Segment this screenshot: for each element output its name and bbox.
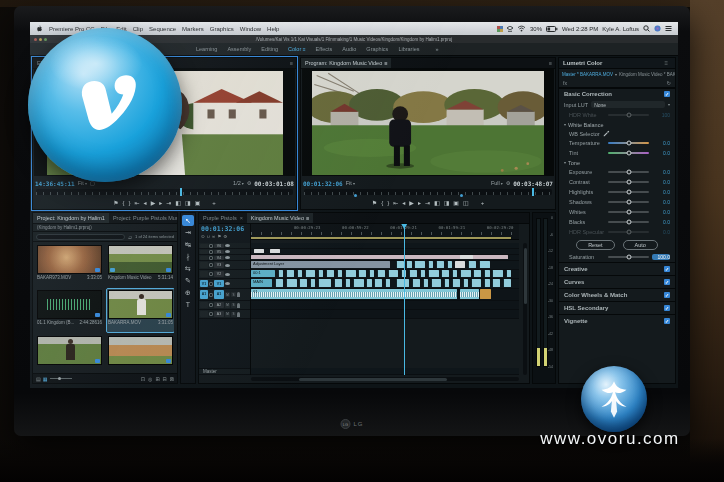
timeline-clip[interactable] (460, 255, 473, 259)
source-scrubber[interactable] (36, 189, 293, 195)
track-lane-a1[interactable]: 01. (251, 289, 519, 301)
panel-menu-icon[interactable]: ≡ (661, 60, 671, 66)
slider-handle[interactable] (626, 141, 631, 146)
add-marker-icon[interactable]: ⚑ (217, 234, 221, 239)
menu-markers[interactable]: Markers (182, 26, 204, 32)
timeline-clip[interactable] (345, 279, 350, 287)
timeline-clip[interactable] (366, 279, 371, 287)
source-patch-a3[interactable] (200, 311, 208, 317)
slider-handle[interactable] (626, 200, 631, 205)
timeline-clip[interactable] (409, 270, 417, 277)
timeline-clip[interactable] (431, 279, 442, 287)
track-select-forward-tool[interactable]: ⇥ (182, 227, 194, 238)
slider-handle[interactable] (626, 151, 631, 156)
timeline-clip[interactable] (473, 270, 481, 277)
menu-clip[interactable]: Clip (133, 26, 143, 32)
workspace-tab-graphics[interactable]: Graphics (366, 46, 388, 52)
track-target-v5[interactable]: V5 (214, 250, 224, 254)
timeline-clip[interactable] (278, 270, 283, 277)
slider-handle[interactable] (626, 180, 631, 185)
settings-wrench-icon[interactable]: ⚙ (247, 180, 251, 186)
track-lock-icon[interactable] (209, 312, 213, 316)
site-url[interactable]: www.ovoru.com (515, 429, 705, 449)
slider-handle[interactable] (626, 255, 631, 260)
tone-header[interactable]: ▾Tone (559, 158, 675, 167)
slider-handle[interactable] (626, 230, 631, 235)
delete-icon[interactable]: ⊠ (170, 376, 174, 382)
timeline-clip[interactable] (506, 270, 511, 277)
white-balance-header[interactable]: ▾White Balance (559, 120, 675, 129)
tab-purple-pistols[interactable]: Purple Pistols× (199, 213, 247, 223)
track-target-v1[interactable]: V1 (214, 280, 224, 287)
project-bin-path[interactable]: (Kingdom by Halim1.prproj) (33, 224, 177, 232)
apple-icon[interactable] (36, 24, 43, 33)
dropbox-icon[interactable] (507, 26, 513, 32)
timeline-clip[interactable] (428, 261, 433, 268)
project-item[interactable] (107, 335, 174, 372)
timeline-clip[interactable] (414, 261, 425, 268)
timeline-settings-icon[interactable]: ⚙ (223, 234, 227, 239)
curves-checkbox[interactable]: ✓ (664, 279, 670, 285)
timeline-clip[interactable] (423, 279, 428, 287)
track-solo-button[interactable]: S (231, 312, 236, 317)
timeline-clip[interactable] (326, 270, 334, 277)
program-timecode[interactable]: 00:01:32:06 (303, 180, 343, 187)
project-item[interactable] (36, 335, 103, 372)
section-creative[interactable]: Creative✓ (559, 262, 675, 275)
insert-button[interactable]: ◧ (175, 199, 181, 206)
timeline-clip[interactable] (428, 270, 439, 277)
eyedropper-icon[interactable] (603, 130, 610, 137)
mark-in-button[interactable]: { (123, 200, 125, 206)
siri-icon[interactable] (654, 25, 661, 32)
timeline-clip[interactable] (447, 261, 452, 268)
section-vignette[interactable]: Vignette✓ (559, 314, 675, 327)
selection-tool[interactable]: ↖ (182, 215, 194, 226)
timeline-clip[interactable] (254, 249, 265, 253)
program-zoom-select[interactable]: Fit▾ (346, 180, 355, 186)
timeline-clip[interactable] (460, 270, 471, 277)
timeline-clip[interactable] (310, 279, 315, 287)
ovoru-logo-badge[interactable] (581, 366, 647, 432)
timeline-clip[interactable] (275, 279, 283, 287)
timeline-clip[interactable] (270, 249, 281, 253)
reset-button[interactable]: Reset (576, 240, 614, 250)
timeline-clip[interactable] (503, 279, 511, 287)
find-icon[interactable]: ◎ (148, 376, 152, 382)
project-item-kingdom-music-video[interactable]: Kingdom Music Video5:31:14 (107, 244, 174, 286)
timeline-clip[interactable] (484, 270, 489, 277)
timeline-clip[interactable] (388, 270, 399, 277)
track-mute-button[interactable]: M (225, 292, 230, 297)
button-editor-button[interactable]: + (212, 200, 216, 206)
track-output-icon[interactable] (225, 264, 230, 267)
source-patch-v4[interactable] (200, 256, 208, 260)
timeline-clip[interactable] (484, 279, 489, 287)
workspace-tab-assembly[interactable]: Assembly (227, 46, 251, 52)
extract-button[interactable]: ◨ (444, 199, 450, 206)
timeline-clip[interactable] (385, 279, 390, 287)
timeline-clip[interactable] (480, 289, 491, 299)
workspace-tab-libraries[interactable]: Libraries (398, 46, 419, 52)
workspace-tab-effects[interactable]: Effects (316, 46, 333, 52)
linked-selection-icon[interactable]: ∞ (212, 234, 215, 239)
track-lock-icon[interactable] (209, 272, 213, 276)
lift-button[interactable]: ◧ (434, 199, 440, 206)
timeline-clip[interactable] (444, 279, 449, 287)
menubar-user[interactable]: Kyle A. Loftus (602, 26, 639, 32)
play-button[interactable]: ▶ (151, 199, 156, 206)
track-lane-a2[interactable] (251, 301, 519, 310)
timeline-clip[interactable] (318, 270, 323, 277)
spotlight-search-icon[interactable] (643, 25, 650, 32)
timeline-ruler[interactable]: 00:00:29:2300:00:59:2200:01:29:2100:01:5… (251, 224, 519, 240)
workspace-tab-color[interactable]: Color ≡ (288, 46, 305, 52)
minimize-window-icon[interactable] (39, 38, 42, 41)
timeline-clip[interactable] (318, 279, 331, 287)
timeline-clip[interactable] (377, 270, 385, 277)
step-forward-button[interactable]: ▸ (418, 199, 421, 206)
new-item-icon[interactable]: ⊟ (163, 376, 167, 382)
timeline-clip[interactable] (358, 270, 366, 277)
wifi-icon[interactable] (517, 25, 526, 32)
track-target-v2[interactable]: V2 (214, 271, 224, 277)
section-color-wheels-match[interactable]: Color Wheels & Match✓ (559, 288, 675, 301)
track-lock-icon[interactable] (209, 256, 213, 260)
comparison-view-button[interactable]: ◫ (463, 199, 469, 206)
